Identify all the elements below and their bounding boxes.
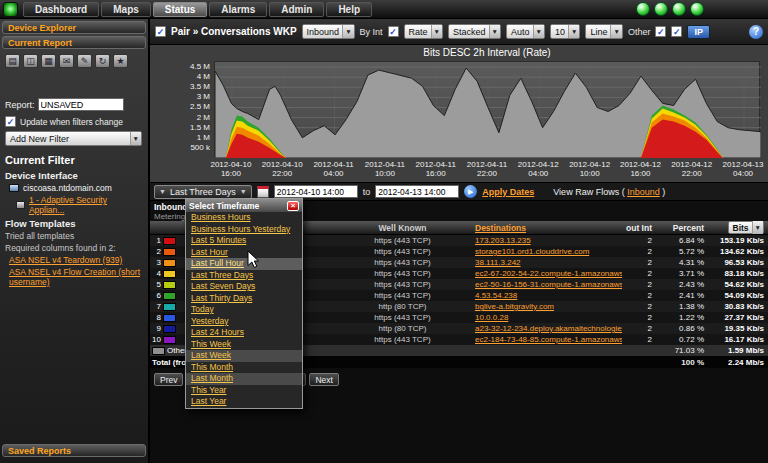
menu-item-yesterday[interactable]: Yesterday — [186, 316, 302, 328]
by-int-checkbox[interactable] — [388, 26, 399, 37]
menu-item-last-hour[interactable]: Last Hour — [186, 247, 302, 259]
edit-icon[interactable]: ✎ — [77, 54, 92, 68]
direction-select[interactable]: Inbound▼ — [302, 24, 355, 39]
device-tree-item[interactable]: ciscoasa.ntdomain.com — [0, 182, 148, 194]
rank-number: 1 — [152, 236, 161, 245]
well-known-cell: http (80 TCP) — [330, 324, 475, 333]
report-title[interactable]: Pair » Conversations WKP — [171, 26, 297, 37]
report-name-input[interactable] — [38, 98, 124, 111]
host-link[interactable]: 173.203.13.235 — [475, 236, 622, 245]
ip-button[interactable]: IP — [687, 25, 710, 39]
graph-icon[interactable]: ◫ — [23, 54, 38, 68]
menu-item-last-week[interactable]: Last Week — [186, 350, 302, 362]
host-link[interactable]: ec2-184-73-48-85.compute-1.amazonaws.com — [475, 335, 622, 344]
tab-admin[interactable]: Admin — [269, 2, 324, 17]
favorite-icon[interactable]: ★ — [113, 54, 128, 68]
col-destinations[interactable]: Destinations — [475, 223, 622, 233]
host-link[interactable]: storage101.ord1.clouddrive.com — [475, 247, 622, 256]
help-icon[interactable]: ? — [749, 25, 763, 39]
host-link[interactable]: 10.0.0.28 — [475, 313, 622, 322]
apply-dates-icon[interactable]: ▶ — [464, 185, 477, 198]
calendar-icon[interactable] — [257, 186, 269, 198]
col-percent[interactable]: Percent — [652, 223, 704, 233]
refresh-icon[interactable]: ↻ — [95, 54, 110, 68]
interface-link[interactable]: 1 - Adaptive Security Applian... — [29, 195, 143, 215]
close-icon[interactable]: × — [287, 201, 299, 211]
status-orb-icon[interactable] — [672, 2, 686, 16]
report-menu-checkbox[interactable] — [155, 26, 166, 37]
save-icon[interactable]: ▦ — [41, 54, 56, 68]
report-designer-icon[interactable]: ▤ — [5, 54, 20, 68]
tab-alarms[interactable]: Alarms — [209, 2, 267, 17]
menu-item-last-full-hour[interactable]: Last Full Hour — [186, 258, 302, 270]
menu-item-business-hours-yesterday[interactable]: Business Hours Yesterday — [186, 224, 302, 236]
current-report-header[interactable]: Current Report — [2, 36, 146, 49]
tab-dashboard[interactable]: Dashboard — [23, 2, 99, 17]
tab-help[interactable]: Help — [326, 2, 372, 17]
menu-item-today[interactable]: Today — [186, 304, 302, 316]
out-int-cell: 2 — [622, 247, 652, 256]
view-raw-flows-link[interactable]: View Raw Flows ( Inbound ) — [553, 187, 665, 197]
device-icon — [9, 184, 19, 192]
other-checkbox[interactable] — [655, 26, 666, 37]
host-link[interactable]: 38.111.3.242 — [475, 258, 622, 267]
flow-templates-title: Flow Templates — [0, 216, 148, 230]
menu-item-last-three-days[interactable]: Last Three Days — [186, 270, 302, 282]
rank-color-swatch — [163, 314, 176, 322]
chart-type-select[interactable]: Line▼ — [585, 24, 622, 39]
raw-flows-inbound-link[interactable]: Inbound — [627, 187, 660, 197]
template-link-teardown[interactable]: ASA NSEL v4 Teardown (939) — [0, 254, 148, 266]
next-page-button[interactable]: Next — [309, 373, 338, 386]
host-link[interactable]: ec2-67-202-54-22.compute-1.amazonaws.com — [475, 269, 622, 278]
menu-item-last-5-minutes[interactable]: Last 5 Minutes — [186, 235, 302, 247]
ip-checkbox[interactable] — [671, 26, 682, 37]
host-link[interactable]: a23-32-12-234.deploy.akamaitechnologies.… — [475, 324, 622, 333]
col-out-int[interactable]: out Int — [622, 223, 652, 233]
menu-item-business-hours[interactable]: Business Hours — [186, 212, 302, 224]
bits-unit-select[interactable]: Bits▼ — [728, 221, 765, 234]
rate-cell: 2.24 Mb/s — [704, 358, 768, 367]
percent-cell: 1.38 % — [652, 302, 704, 311]
menu-item-last-seven-days[interactable]: Last Seven Days — [186, 281, 302, 293]
timeframe-select-button[interactable]: ▼Last Three Days▼ — [154, 185, 252, 199]
device-name: ciscoasa.ntdomain.com — [23, 183, 112, 193]
rate-select[interactable]: Rate▼ — [404, 24, 443, 39]
menu-item-last-thirty-days[interactable]: Last Thirty Days — [186, 293, 302, 305]
y-axis-tick-label: 2 M — [152, 113, 210, 122]
top-n-select[interactable]: 10▼ — [550, 24, 580, 39]
tab-status[interactable]: Status — [153, 2, 208, 17]
status-orb-icon[interactable] — [690, 2, 704, 16]
auto-select[interactable]: Auto▼ — [506, 24, 545, 39]
status-orb-icon[interactable] — [636, 2, 650, 16]
well-known-cell: https (443 TCP) — [330, 335, 475, 344]
percent-cell: 5.72 % — [652, 247, 704, 256]
mouse-cursor — [247, 250, 260, 269]
date-from-input[interactable] — [274, 185, 358, 198]
date-to-input[interactable] — [375, 185, 459, 198]
menu-item-last-month[interactable]: Last Month — [186, 373, 302, 385]
tab-maps[interactable]: Maps — [101, 2, 151, 17]
menu-item-this-month[interactable]: This Month — [186, 362, 302, 374]
device-explorer-header[interactable]: Device Explorer — [2, 21, 146, 34]
template-link-flow-creation[interactable]: ASA NSEL v4 Flow Creation (short usernam… — [0, 266, 148, 288]
flow-templates-note-2: Required columns found in 2: — [0, 242, 148, 254]
apply-dates-link[interactable]: Apply Dates — [482, 187, 534, 197]
stacked-select[interactable]: Stacked▼ — [448, 24, 501, 39]
menu-item-this-week[interactable]: This Week — [186, 339, 302, 351]
menu-item-last-24-hours[interactable]: Last 24 Hours — [186, 327, 302, 339]
add-filter-select[interactable]: Add New Filter▼ — [5, 131, 142, 146]
col-well-known[interactable]: Well Known — [330, 223, 475, 233]
update-filters-checkbox[interactable] — [5, 116, 16, 127]
host-link[interactable]: bglive-a.bitgravity.com — [475, 302, 622, 311]
email-icon[interactable]: ✉ — [59, 54, 74, 68]
interface-tree-item[interactable]: 1 - Adaptive Security Applian... — [0, 194, 148, 216]
host-link[interactable]: ec2-50-16-156-31.compute-1.amazonaws.com — [475, 280, 622, 289]
saved-reports-header[interactable]: Saved Reports — [2, 444, 146, 457]
menu-item-this-year[interactable]: This Year — [186, 385, 302, 397]
menu-item-last-year[interactable]: Last Year — [186, 396, 302, 408]
chart-plot[interactable] — [214, 61, 760, 157]
status-orb-icon[interactable] — [654, 2, 668, 16]
prev-page-button[interactable]: Prev — [154, 373, 183, 386]
well-known-cell: https (443 TCP) — [330, 236, 475, 245]
host-link[interactable]: 4.53.54.238 — [475, 291, 622, 300]
